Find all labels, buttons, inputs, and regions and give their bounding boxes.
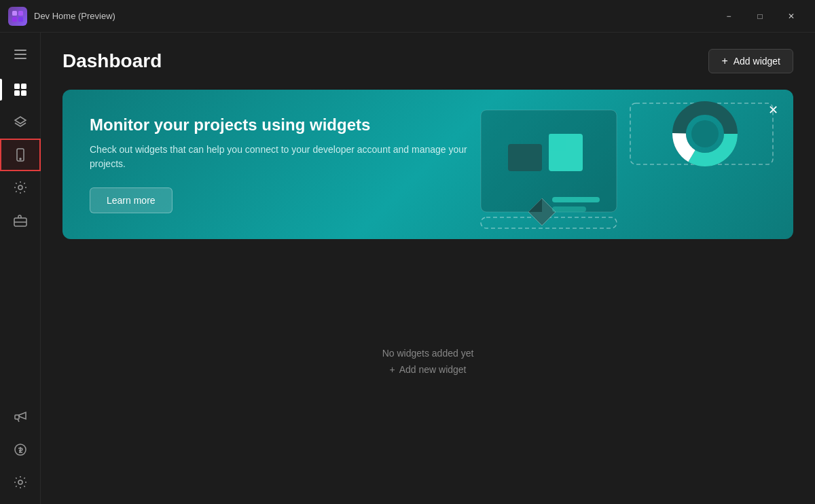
empty-state: No widgets added yet + Add new widget	[62, 348, 793, 375]
banner-text: Monitor your projects using widgets Chec…	[90, 115, 484, 213]
content-area: Dashboard + Add widget Monitor your proj…	[41, 33, 815, 504]
sidebar-item-settings-bottom[interactable]	[0, 466, 41, 499]
svg-point-12	[20, 158, 21, 160]
svg-rect-32	[552, 197, 600, 202]
page-title: Dashboard	[62, 50, 162, 72]
svg-rect-3	[18, 17, 23, 22]
app-icon	[8, 7, 27, 26]
svg-rect-0	[12, 11, 17, 16]
content-header: Dashboard + Add widget	[62, 49, 793, 73]
svg-point-18	[18, 480, 22, 484]
no-widgets-text: No widgets added yet	[382, 348, 474, 359]
hamburger-menu[interactable]	[0, 38, 41, 71]
banner-svg-illustration	[474, 96, 786, 232]
svg-rect-2	[12, 17, 17, 22]
svg-rect-9	[14, 90, 20, 96]
banner-card: Monitor your projects using widgets Chec…	[62, 90, 793, 239]
svg-rect-6	[14, 58, 26, 59]
sidebar-bottom	[0, 401, 40, 504]
banner-close-button[interactable]: ✕	[763, 101, 782, 120]
close-button[interactable]: ✕	[776, 5, 807, 27]
add-widget-label: Add widget	[734, 56, 780, 67]
svg-rect-33	[552, 206, 586, 212]
titlebar: Dev Home (Preview) − □ ✕	[0, 0, 815, 33]
maximize-button[interactable]: □	[744, 5, 776, 27]
add-widget-plus-icon: +	[721, 55, 727, 67]
titlebar-app-name: Dev Home (Preview)	[34, 11, 115, 21]
sidebar-item-mobile[interactable]	[0, 139, 41, 171]
main-layout: Dashboard + Add widget Monitor your proj…	[0, 33, 815, 504]
svg-rect-16	[15, 415, 19, 419]
sidebar-item-announcement[interactable]	[0, 401, 41, 433]
titlebar-controls: − □ ✕	[713, 5, 807, 27]
banner-description: Check out widgets that can help you conn…	[90, 143, 484, 171]
svg-point-13	[18, 185, 22, 190]
add-new-plus-icon: +	[389, 364, 395, 375]
add-widget-button[interactable]: + Add widget	[708, 49, 793, 73]
titlebar-left: Dev Home (Preview)	[8, 7, 115, 26]
svg-rect-1	[18, 11, 23, 16]
add-new-widget-label: Add new widget	[399, 364, 467, 375]
add-new-widget-link[interactable]: + Add new widget	[389, 364, 466, 375]
svg-rect-10	[21, 90, 26, 96]
sidebar-item-settings-cog[interactable]	[0, 171, 41, 204]
sidebar-item-token[interactable]	[0, 433, 41, 466]
learn-more-button[interactable]: Learn more	[90, 187, 173, 213]
svg-rect-20	[508, 144, 542, 171]
sidebar-item-briefcase[interactable]	[0, 204, 41, 236]
banner-heading: Monitor your projects using widgets	[90, 115, 484, 134]
banner-illustration	[467, 90, 793, 239]
svg-rect-7	[14, 84, 20, 89]
svg-point-27	[691, 120, 719, 147]
svg-rect-8	[21, 84, 26, 89]
svg-rect-4	[14, 50, 26, 51]
svg-rect-22	[549, 134, 566, 151]
sidebar	[0, 33, 41, 504]
minimize-button[interactable]: −	[713, 5, 744, 27]
sidebar-item-dashboard[interactable]	[0, 73, 41, 106]
svg-rect-5	[14, 54, 26, 55]
sidebar-item-layers[interactable]	[0, 106, 41, 139]
